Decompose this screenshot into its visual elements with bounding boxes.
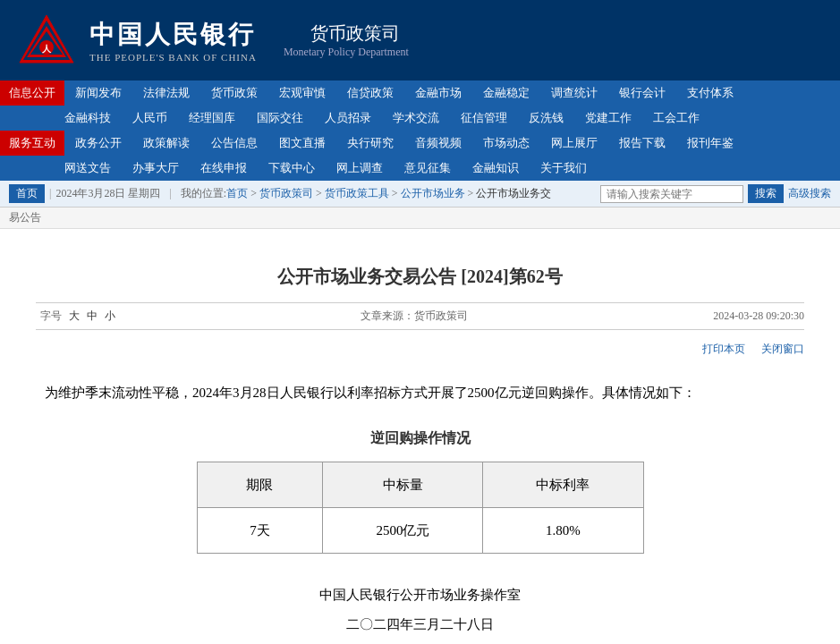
nav-yearbook[interactable]: 报刊年鉴	[676, 131, 744, 156]
page-header: 人 中国人民银行 THE PEOPLE'S BANK OF CHINA 货币政策…	[0, 0, 840, 80]
nav-financial-market[interactable]: 金融市场	[404, 80, 472, 106]
nav-rmb[interactable]: 人民币	[122, 106, 178, 131]
table-cell-amount: 2500亿元	[323, 508, 483, 554]
nav-items-row4: 网送文告 办事大厅 在线申报 下载中心 网上调查 意见征集 金融知识 关于我们	[54, 156, 840, 181]
signature-date: 二〇二四年三月二十八日	[45, 610, 795, 640]
nav-party[interactable]: 党建工作	[574, 106, 642, 131]
table-title: 逆回购操作情况	[45, 424, 795, 453]
nav-stability[interactable]: 金融稳定	[472, 80, 540, 106]
print-close-bar: 打印本页 关闭窗口	[36, 337, 804, 361]
breadcrumb-current: 公开市场业务交	[476, 187, 551, 199]
table-header-row: 期限 中标量 中标利率	[197, 462, 643, 508]
article-source: 文章来源：货币政策司	[361, 309, 468, 324]
bank-name-en: THE PEOPLE'S BANK OF CHINA	[89, 52, 257, 63]
nav-broadcast[interactable]: 图文直播	[268, 131, 336, 156]
table-header-rate: 中标利率	[483, 462, 643, 508]
font-size-control: 字号 大 中 小	[36, 309, 115, 324]
nav-row-3: 服务互动 政务公开 政策解读 公告信息 图文直播 央行研究 音频视频 市场动态 …	[0, 131, 840, 156]
nav-about[interactable]: 关于我们	[530, 156, 598, 181]
font-small[interactable]: 小	[105, 309, 115, 322]
search-area: 搜索 高级搜索	[600, 184, 831, 203]
pboc-logo-icon: 人	[18, 13, 76, 67]
nav-credit-mgmt[interactable]: 征信管理	[450, 106, 518, 131]
nav-research[interactable]: 央行研究	[336, 131, 404, 156]
nav-notice[interactable]: 公告信息	[200, 131, 268, 156]
operations-table: 期限 中标量 中标利率 7天 2500亿元 1.80%	[197, 462, 644, 554]
logo-area: 人 中国人民银行 THE PEOPLE'S BANK OF CHINA	[18, 13, 257, 67]
nav-treasury[interactable]: 经理国库	[178, 106, 246, 131]
advanced-search-link[interactable]: 高级搜索	[788, 186, 831, 201]
table-header-amount: 中标量	[323, 462, 483, 508]
article-body: 为维护季末流动性平稳，2024年3月28日人民银行以利率招标方式开展了2500亿…	[36, 361, 804, 644]
close-window-link[interactable]: 关闭窗口	[761, 343, 804, 355]
nav-anti-money[interactable]: 反洗钱	[518, 106, 574, 131]
font-label: 字号	[40, 309, 62, 322]
article-paragraph: 为维护季末流动性平稳，2024年3月28日人民银行以利率招标方式开展了2500亿…	[45, 379, 795, 406]
nav-label-service: 服务互动	[0, 131, 64, 156]
table-cell-rate: 1.80%	[483, 508, 643, 554]
nav-download[interactable]: 下载中心	[258, 156, 326, 181]
dept-name-zh: 货币政策司	[310, 21, 409, 46]
nav-policy-explain[interactable]: 政策解读	[132, 131, 200, 156]
signature-org: 中国人民银行公开市场业务操作室	[45, 580, 795, 610]
search-input[interactable]	[600, 185, 743, 203]
breadcrumb-dept-link[interactable]: 货币政策司	[259, 187, 313, 199]
breadcrumb-separator: |	[49, 187, 51, 200]
table-row: 7天 2500亿元 1.80%	[197, 508, 643, 554]
navigation: 信息公开 新闻发布 法律法规 货币政策 宏观审慎 信贷政策 金融市场 金融稳定 …	[0, 80, 840, 181]
nav-monetary[interactable]: 货币政策	[200, 80, 268, 106]
breadcrumb-sep2: |	[169, 187, 171, 200]
nav-financial-knowledge[interactable]: 金融知识	[462, 156, 530, 181]
content-area: 公开市场业务交易公告 [2024]第62号 字号 大 中 小 文章来源：货币政策…	[0, 229, 840, 644]
breadcrumb-bar: 首页 | 2024年3月28日 星期四 | 我的位置:首页 > 货币政策司 > …	[0, 181, 840, 208]
signature-block: 中国人民银行公开市场业务操作室 二〇二四年三月二十八日	[45, 580, 795, 640]
nav-credit[interactable]: 信贷政策	[336, 80, 404, 106]
breadcrumb-location: 我的位置:首页 > 货币政策司 > 货币政策工具 > 公开市场业务 > 公开市场…	[181, 186, 551, 201]
nav-row-1: 信息公开 新闻发布 法律法规 货币政策 宏观审慎 信贷政策 金融市场 金融稳定 …	[0, 80, 840, 106]
breadcrumb-market-link[interactable]: 公开市场业务	[401, 187, 465, 199]
nav-opinions[interactable]: 意见征集	[394, 156, 462, 181]
article-meta: 字号 大 中 小 文章来源：货币政策司 2024-03-28 09:20:30	[36, 302, 804, 330]
nav-payment[interactable]: 支付体系	[676, 80, 744, 106]
nav-international[interactable]: 国际交往	[246, 106, 314, 131]
home-button[interactable]: 首页	[9, 184, 45, 203]
nav-report[interactable]: 报告下载	[608, 131, 676, 156]
nav-hall[interactable]: 办事大厅	[122, 156, 190, 181]
nav-label-info: 信息公开	[0, 80, 64, 106]
breadcrumb-home-link[interactable]: 首页	[226, 187, 248, 199]
nav-academic[interactable]: 学术交流	[382, 106, 450, 131]
nav-items-row2: 金融科技 人民币 经理国库 国际交往 人员招录 学术交流 征信管理 反洗钱 党建…	[54, 106, 840, 131]
nav-news[interactable]: 新闻发布	[64, 80, 132, 106]
breadcrumb-path: 2024年3月28日 星期四	[55, 186, 160, 201]
article-date: 2024-03-28 09:20:30	[713, 309, 804, 323]
nav-survey[interactable]: 调查统计	[540, 80, 608, 106]
nav-audio-video[interactable]: 音频视频	[404, 131, 472, 156]
nav-label-2	[0, 106, 54, 131]
sub-breadcrumb: 易公告	[0, 208, 840, 229]
nav-banking[interactable]: 银行会计	[608, 80, 676, 106]
nav-fintech[interactable]: 金融科技	[54, 106, 122, 131]
breadcrumb-tool-link[interactable]: 货币政策工具	[325, 187, 389, 199]
nav-label-4	[0, 156, 54, 181]
nav-online-notice[interactable]: 网送文告	[54, 156, 122, 181]
nav-law[interactable]: 法律法规	[132, 80, 200, 106]
nav-union[interactable]: 工会工作	[642, 106, 710, 131]
print-page-link[interactable]: 打印本页	[702, 343, 745, 355]
svg-text:人: 人	[41, 44, 52, 54]
search-button[interactable]: 搜索	[748, 184, 784, 203]
nav-row-2: 金融科技 人民币 经理国库 国际交往 人员招录 学术交流 征信管理 反洗钱 党建…	[0, 106, 840, 131]
nav-online-hall[interactable]: 网上展厅	[540, 131, 608, 156]
nav-recruit[interactable]: 人员招录	[314, 106, 382, 131]
nav-items-row1: 新闻发布 法律法规 货币政策 宏观审慎 信贷政策 金融市场 金融稳定 调查统计 …	[64, 80, 840, 106]
nav-macro[interactable]: 宏观审慎	[268, 80, 336, 106]
nav-survey-online[interactable]: 网上调查	[326, 156, 394, 181]
font-large[interactable]: 大	[69, 309, 80, 322]
nav-row-4: 网送文告 办事大厅 在线申报 下载中心 网上调查 意见征集 金融知识 关于我们	[0, 156, 840, 181]
table-cell-period: 7天	[197, 508, 323, 554]
bank-name-zh: 中国人民银行	[89, 18, 257, 52]
dept-info: 货币政策司 Monetary Policy Department	[284, 21, 409, 59]
nav-online-declare[interactable]: 在线申报	[190, 156, 258, 181]
nav-market-dynamics[interactable]: 市场动态	[472, 131, 540, 156]
font-medium[interactable]: 中	[87, 309, 98, 322]
nav-gov-affairs[interactable]: 政务公开	[64, 131, 132, 156]
